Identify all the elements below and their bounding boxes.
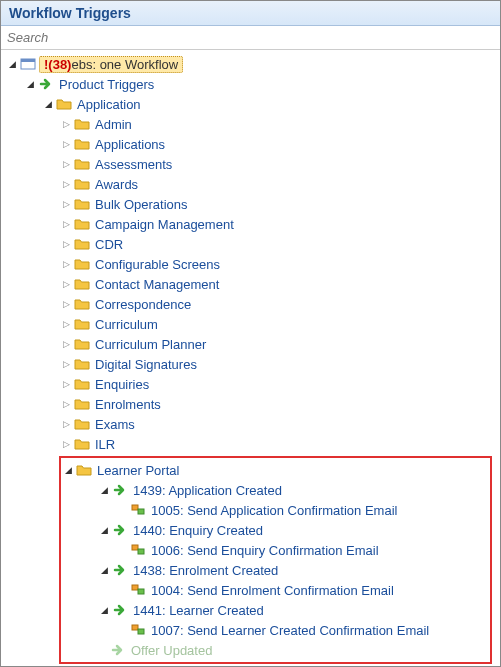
folder-node[interactable]: CDR xyxy=(59,234,496,254)
root-label[interactable]: !(38)ebs: one Workflow xyxy=(39,56,183,73)
expand-toggle[interactable] xyxy=(61,199,71,209)
expand-toggle[interactable] xyxy=(61,439,71,449)
expand-toggle[interactable] xyxy=(61,399,71,409)
action-label[interactable]: 1005: Send Application Confirmation Emai… xyxy=(149,503,399,518)
application-label[interactable]: Application xyxy=(75,97,143,112)
action-label[interactable]: 1007: Send Learner Created Confirmation … xyxy=(149,623,431,638)
folder-icon xyxy=(74,276,90,292)
folder-node[interactable]: Curriculum Planner xyxy=(59,334,496,354)
folder-node[interactable]: Exams xyxy=(59,414,496,434)
folder-node[interactable]: ILR xyxy=(59,434,496,454)
folder-node[interactable]: Curriculum xyxy=(59,314,496,334)
arrow-right-green-icon xyxy=(112,482,128,498)
folder-label[interactable]: Digital Signatures xyxy=(93,357,199,372)
expand-toggle[interactable] xyxy=(43,99,53,109)
expand-toggle[interactable] xyxy=(99,485,109,495)
folder-label[interactable]: Campaign Management xyxy=(93,217,236,232)
learner-portal-node[interactable]: Learner Portal 1439: Application Created… xyxy=(59,456,496,664)
folder-node[interactable]: Assessments xyxy=(59,154,496,174)
folder-node[interactable]: Awards xyxy=(59,174,496,194)
expand-toggle[interactable] xyxy=(61,319,71,329)
folder-label[interactable]: Exams xyxy=(93,417,137,432)
expand-toggle[interactable] xyxy=(61,139,71,149)
panel-title: Workflow Triggers xyxy=(9,5,131,21)
root-node[interactable]: !(38)ebs: one Workflow Product Triggers xyxy=(5,54,496,667)
folder-icon xyxy=(74,296,90,312)
action-node[interactable]: 1004: Send Enrolment Confirmation Email xyxy=(115,580,488,600)
folder-node[interactable]: Applications xyxy=(59,134,496,154)
trigger-label[interactable]: 1439: Application Created xyxy=(131,483,284,498)
folder-node[interactable]: Enrolments xyxy=(59,394,496,414)
folder-label[interactable]: Correspondence xyxy=(93,297,193,312)
trigger-node[interactable]: 1439: Application Created1005: Send Appl… xyxy=(79,480,488,520)
folder-node[interactable]: Admin xyxy=(59,114,496,134)
expand-toggle[interactable] xyxy=(99,605,109,615)
folder-icon xyxy=(74,156,90,172)
action-node[interactable]: 1006: Send Enquiry Confirmation Email xyxy=(115,540,488,560)
search-bar[interactable] xyxy=(1,26,500,50)
application-node[interactable]: Application AdminApplicationsAssessments… xyxy=(41,94,496,667)
expand-toggle[interactable] xyxy=(63,465,73,475)
expand-toggle[interactable] xyxy=(61,359,71,369)
offer-updated-node[interactable]: Offer Updated xyxy=(79,640,488,660)
folder-node[interactable]: Contact Management xyxy=(59,274,496,294)
folder-label[interactable]: Enrolments xyxy=(93,397,163,412)
action-block-icon xyxy=(130,542,146,558)
arrow-right-disabled-icon xyxy=(110,642,126,658)
expand-toggle[interactable] xyxy=(61,179,71,189)
trigger-node[interactable]: 1438: Enrolment Created1004: Send Enrolm… xyxy=(79,560,488,600)
folder-label[interactable]: Enquiries xyxy=(93,377,151,392)
folder-icon xyxy=(74,256,90,272)
product-triggers-node[interactable]: Product Triggers Application AdminApplic… xyxy=(23,74,496,667)
folder-node[interactable]: Enquiries xyxy=(59,374,496,394)
svg-rect-3 xyxy=(138,509,144,514)
expand-toggle[interactable] xyxy=(99,525,109,535)
expand-toggle[interactable] xyxy=(25,79,35,89)
action-node[interactable]: 1007: Send Learner Created Confirmation … xyxy=(115,620,488,640)
trigger-label[interactable]: 1438: Enrolment Created xyxy=(131,563,280,578)
search-input[interactable] xyxy=(7,28,494,47)
folder-label[interactable]: Curriculum Planner xyxy=(93,337,208,352)
root-label-prefix: !(38) xyxy=(44,57,71,72)
action-node[interactable]: 1005: Send Application Confirmation Emai… xyxy=(115,500,488,520)
expand-toggle[interactable] xyxy=(61,419,71,429)
folder-label[interactable]: Bulk Operations xyxy=(93,197,190,212)
expand-toggle[interactable] xyxy=(61,339,71,349)
trigger-node[interactable]: 1441: Learner Created1007: Send Learner … xyxy=(79,600,488,640)
folder-icon xyxy=(74,356,90,372)
expand-toggle[interactable] xyxy=(61,279,71,289)
folder-label[interactable]: Contact Management xyxy=(93,277,221,292)
folder-node[interactable]: Digital Signatures xyxy=(59,354,496,374)
trigger-node[interactable]: 1440: Enquiry Created1006: Send Enquiry … xyxy=(79,520,488,560)
offer-updated-label[interactable]: Offer Updated xyxy=(129,643,214,658)
learner-portal-label[interactable]: Learner Portal xyxy=(95,463,181,478)
folder-label[interactable]: Awards xyxy=(93,177,140,192)
action-label[interactable]: 1004: Send Enrolment Confirmation Email xyxy=(149,583,396,598)
action-label[interactable]: 1006: Send Enquiry Confirmation Email xyxy=(149,543,381,558)
folder-label[interactable]: CDR xyxy=(93,237,125,252)
expand-toggle[interactable] xyxy=(61,299,71,309)
expand-toggle[interactable] xyxy=(61,119,71,129)
folder-label[interactable]: Curriculum xyxy=(93,317,160,332)
folder-label[interactable]: ILR xyxy=(93,437,117,452)
product-triggers-label[interactable]: Product Triggers xyxy=(57,77,156,92)
folder-label[interactable]: Applications xyxy=(93,137,167,152)
expand-toggle[interactable] xyxy=(61,159,71,169)
folder-label[interactable]: Assessments xyxy=(93,157,174,172)
folder-label[interactable]: Admin xyxy=(93,117,134,132)
folder-label[interactable]: Configurable Screens xyxy=(93,257,222,272)
folder-node[interactable]: Bulk Operations xyxy=(59,194,496,214)
expand-toggle[interactable] xyxy=(61,379,71,389)
trigger-label[interactable]: 1440: Enquiry Created xyxy=(131,523,265,538)
trigger-label[interactable]: 1441: Learner Created xyxy=(131,603,266,618)
folder-node[interactable]: Configurable Screens xyxy=(59,254,496,274)
folder-node[interactable]: Correspondence xyxy=(59,294,496,314)
expand-toggle[interactable] xyxy=(61,239,71,249)
svg-rect-9 xyxy=(138,629,144,634)
expand-toggle[interactable] xyxy=(61,219,71,229)
tree-view[interactable]: !(38)ebs: one Workflow Product Triggers xyxy=(1,50,500,667)
expand-toggle[interactable] xyxy=(7,59,17,69)
folder-node[interactable]: Campaign Management xyxy=(59,214,496,234)
expand-toggle[interactable] xyxy=(99,565,109,575)
expand-toggle[interactable] xyxy=(61,259,71,269)
